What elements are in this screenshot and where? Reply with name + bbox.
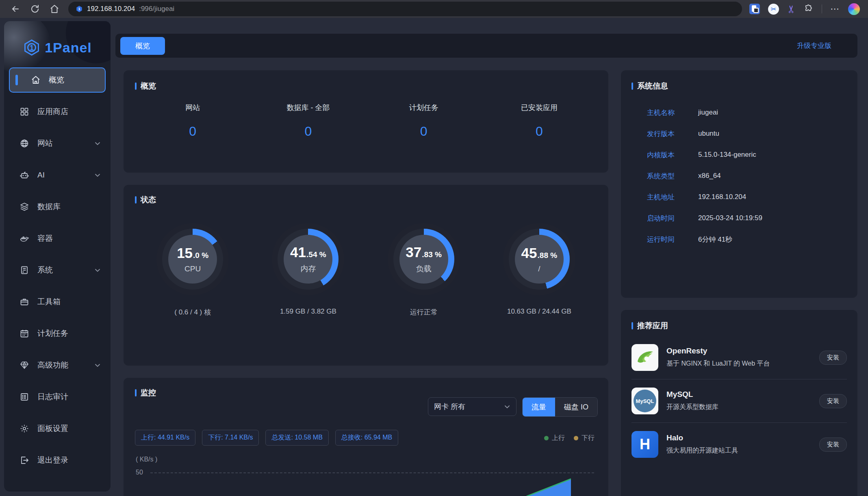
badge-total-received[interactable]: 总接收: 65.94 MB [335, 430, 398, 446]
upgrade-pro-link[interactable]: 升级专业版 [797, 34, 831, 58]
app-name[interactable]: MySQL [666, 390, 811, 399]
sidebar-item-logs[interactable]: 日志审计 [4, 381, 111, 413]
web-capture-icon[interactable]: ✂ [768, 4, 779, 15]
status-card: 状态 15.0 % CPU ( 0.6 / 4 ) 核 41.54 % 内存 1… [124, 185, 608, 366]
sidebar-item-label: 容器 [37, 233, 53, 244]
robot-icon [20, 170, 29, 180]
title-accent-bar [631, 322, 633, 329]
status-title: 状态 [135, 195, 597, 205]
gauge-disk: 45.88 % / 10.63 GB / 24.44 GB [482, 223, 597, 317]
svg-text:1: 1 [78, 7, 80, 11]
monitor-card: 监控 网卡 所有 流量 磁盘 IO 上行: 44.91 KB/s 下行: 7.1… [124, 378, 608, 496]
sidebar-item-container[interactable]: 容器 [4, 223, 111, 254]
sidebar-item-label: 计划任务 [37, 328, 68, 339]
app-name[interactable]: OpenResty [666, 347, 811, 355]
sidebar-item-settings[interactable]: 面板设置 [4, 413, 111, 444]
legend-up-dot [544, 436, 549, 440]
stat-label: 已安装应用 [482, 103, 597, 113]
gridline [150, 472, 594, 473]
stat-value[interactable]: 0 [135, 124, 250, 139]
app-desc: 开源关系型数据库 [666, 402, 780, 412]
tab-overview[interactable]: 概览 [120, 37, 165, 55]
badge-total-sent[interactable]: 总发送: 10.58 MB [265, 430, 328, 446]
gauge-label: / [538, 264, 540, 273]
sidebar-item-logout[interactable]: 退出登录 [4, 444, 111, 476]
install-openresty-button[interactable]: 安装 [819, 351, 847, 365]
stat-installed-apps: 已安装应用 0 [482, 103, 597, 139]
stat-value[interactable]: 0 [482, 124, 597, 139]
recommended-apps-title: 推荐应用 [631, 321, 847, 331]
audit-list-icon [20, 392, 29, 402]
browser-menu-icon[interactable]: ⋯ [830, 4, 840, 14]
sidebar-item-label: 面板设置 [37, 423, 68, 434]
app-desc: 强大易用的开源建站工具 [666, 446, 780, 455]
address-bar[interactable]: 1 192.168.10.204:996/jiugeai [68, 2, 742, 16]
gem-icon [20, 360, 29, 370]
sidebar-item-label: 高级功能 [37, 360, 68, 370]
stat-websites: 网站 0 [135, 103, 250, 139]
gauge-cpu: 15.0 % CPU ( 0.6 / 4 ) 核 [135, 223, 250, 317]
sidebar-item-label: 退出登录 [37, 455, 68, 466]
recommended-apps-card: 推荐应用 OpenResty 基于 NGINX 和 LuaJIT 的 Web 平… [621, 310, 857, 496]
home-icon [31, 75, 41, 85]
overview-title: 概览 [135, 81, 597, 91]
gauge-label: 内存 [300, 264, 316, 274]
sidebar-item-appstore[interactable]: 应用商店 [4, 96, 111, 128]
sidebar-item-label: 网站 [37, 138, 53, 149]
load-gauge-ring: 37.83 % 负载 [393, 229, 454, 290]
sidebar-item-cron[interactable]: 计划任务 [4, 318, 111, 349]
gauge-memory: 41.54 % 内存 1.59 GB / 3.82 GB [250, 223, 366, 317]
row-arch: 系统类型x86_64 [631, 165, 847, 186]
home-icon[interactable] [50, 4, 59, 14]
sidebar-item-ai[interactable]: AI [4, 159, 111, 191]
app-name[interactable]: Halo [666, 433, 811, 442]
sidebar-item-advanced[interactable]: 高级功能 [4, 349, 111, 381]
sidebar-item-label: 工具箱 [37, 297, 61, 307]
tab-traffic[interactable]: 流量 [523, 398, 555, 416]
1panel-logo-icon: 1 [23, 39, 41, 56]
sidebar-item-toolbox[interactable]: 工具箱 [4, 286, 111, 318]
nic-select[interactable]: 网卡 所有 [428, 397, 516, 416]
svg-text:1: 1 [30, 43, 34, 52]
tab-disk-io[interactable]: 磁盘 IO [555, 398, 597, 416]
reload-icon[interactable] [30, 4, 40, 14]
sidebar-item-overview[interactable]: 概览 [9, 67, 106, 93]
sidebar-item-website[interactable]: 网站 [4, 128, 111, 159]
gauge-load: 37.83 % 负载 运行正常 [366, 223, 482, 317]
row-distro: 发行版本ubuntu [631, 123, 847, 144]
chevron-down-icon [94, 362, 101, 368]
install-mysql-button[interactable]: 安装 [819, 394, 847, 408]
title-accent-bar [135, 196, 137, 204]
install-halo-button[interactable]: 安装 [819, 438, 847, 452]
sidebar-item-system[interactable]: 系统 [4, 254, 111, 286]
extensions-icon[interactable] [804, 4, 814, 14]
system-info-rows: 主机名称jiugeai 发行版本ubuntu 内核版本5.15.0-134-ge… [631, 102, 847, 250]
back-icon[interactable] [11, 4, 20, 14]
stat-value[interactable]: 0 [366, 124, 482, 139]
badge-up-rate[interactable]: 上行: 44.91 KB/s [135, 430, 195, 446]
badge-down-rate[interactable]: 下行: 7.14 KB/s [202, 430, 259, 446]
row-hostname: 主机名称jiugeai [631, 102, 847, 123]
halo-logo-icon: H [631, 431, 658, 458]
stat-label: 计划任务 [366, 103, 482, 113]
layers-icon [20, 202, 29, 212]
app-item-openresty: OpenResty 基于 NGINX 和 LuaJIT 的 Web 平台 安装 [631, 336, 847, 379]
stat-cronjobs: 计划任务 0 [366, 103, 482, 139]
gauge-label: 负载 [416, 264, 432, 274]
legend-up[interactable]: 上行 [544, 434, 565, 442]
row-host-address: 主机地址192.168.10.204 [631, 186, 847, 208]
clipper-extension-icon[interactable]: ✂ [786, 5, 797, 13]
chart-legend: 上行 下行 [544, 434, 595, 442]
overview-card: 概览 网站 0 数据库 - 全部 0 计划任务 0 已安装应用 0 [124, 70, 608, 173]
copilot-icon[interactable] [848, 3, 860, 15]
stat-databases: 数据库 - 全部 0 [250, 103, 366, 139]
stat-value[interactable]: 0 [250, 124, 366, 139]
page-topbar: 概览 升级专业版 [115, 34, 857, 58]
password-manager-icon[interactable] [749, 4, 760, 14]
sidebar-item-database[interactable]: 数据库 [4, 191, 111, 223]
legend-down[interactable]: 下行 [574, 434, 595, 442]
monitor-mode-toggle: 流量 磁盘 IO [522, 397, 598, 417]
gear-icon [20, 424, 29, 433]
sidebar-nav: 概览 应用商店 网站 AI 数据库 容器 系统 [4, 67, 111, 476]
docker-whale-icon [20, 234, 29, 243]
